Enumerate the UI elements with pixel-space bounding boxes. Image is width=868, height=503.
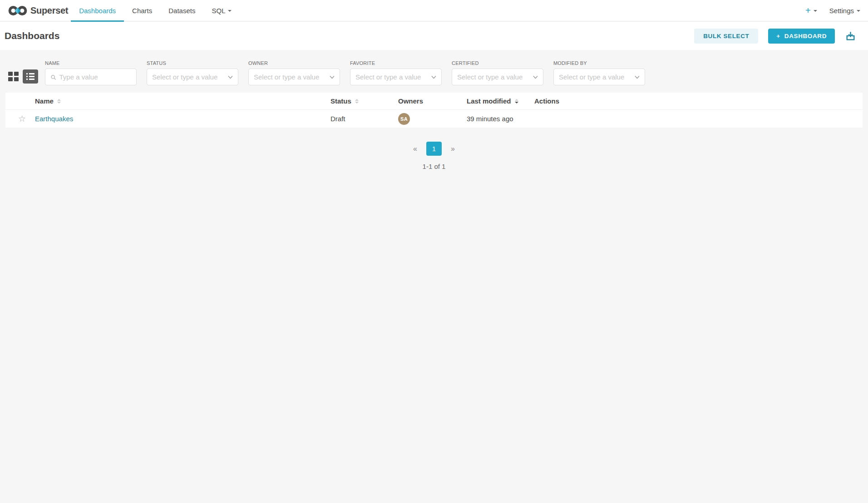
chevron-down-icon [228,10,232,12]
pagination: « 1 » [0,142,868,156]
plus-icon: + [805,6,811,15]
filter-owner-label: OWNER [248,60,340,66]
filter-name: NAME [45,60,137,85]
page-title: Dashboards [5,30,59,41]
status-filter-select[interactable]: Select or type a value [147,69,238,85]
navbar-right: + Settings [805,0,860,21]
column-header-owners: Owners [398,97,423,105]
table-row: ☆ Earthquakes Draft SA 39 minutes ago [5,110,863,128]
star-outline-icon[interactable]: ☆ [18,114,26,123]
last-modified-cell: 39 minutes ago [467,115,534,123]
table-header-row: Name Status Owners Last modified Actions [5,93,863,110]
chevron-down-icon [857,10,860,12]
nav-item-charts[interactable]: Charts [124,0,160,21]
chevron-down-icon [635,75,640,79]
filter-certified-label: CERTIFIED [452,60,543,66]
search-icon [50,74,56,80]
list-view-icon [26,73,35,74]
name-filter-input[interactable] [59,73,131,81]
page-1-button[interactable]: 1 [426,142,442,156]
card-view-toggle[interactable] [8,72,19,81]
status-cell: Draft [330,115,398,123]
chevron-down-icon [228,75,233,79]
next-page-button[interactable]: » [451,145,455,153]
new-item-dropdown-button[interactable]: + [805,6,817,15]
filter-bar: NAME STATUS Select or type a value OWNER… [0,50,868,85]
pagination-summary: 1-1 of 1 [0,163,868,170]
chevron-down-icon [814,10,817,12]
filter-status-label: STATUS [147,60,238,66]
filter-status: STATUS Select or type a value [147,60,238,85]
list-view-toggle[interactable] [23,69,38,84]
brand-label: Superset [30,5,68,16]
card-view-grid-icon [8,72,13,76]
superset-infinity-icon [8,5,27,17]
modified-by-filter-select[interactable]: Select or type a value [553,69,645,85]
sort-carets-icon [57,99,61,104]
owner-filter-select[interactable]: Select or type a value [248,69,340,85]
nav-item-dashboards[interactable]: Dashboards [71,0,124,21]
view-mode-toggles [8,69,38,84]
import-dashboards-button[interactable] [845,30,856,42]
new-dashboard-button[interactable]: + DASHBOARD [768,29,835,44]
sort-carets-icon [355,99,359,104]
main-nav: Dashboards Charts Datasets SQL [71,0,240,21]
owner-avatar[interactable]: SA [398,113,410,125]
plus-icon: + [776,33,780,39]
column-header-last-modified[interactable]: Last modified [467,97,518,105]
dashboard-name-link[interactable]: Earthquakes [35,115,73,123]
page-header: Dashboards BULK SELECT + DASHBOARD [0,22,868,50]
download-icon [845,30,856,42]
column-header-name[interactable]: Name [35,97,61,105]
filter-certified: CERTIFIED Select or type a value [452,60,543,85]
navbar: Superset Dashboards Charts Datasets SQL … [0,0,868,22]
bulk-select-button[interactable]: BULK SELECT [694,29,758,44]
filter-name-label: NAME [45,60,137,66]
header-actions: BULK SELECT + DASHBOARD [694,29,856,44]
column-header-status[interactable]: Status [330,97,359,105]
nav-item-datasets[interactable]: Datasets [160,0,203,21]
sort-carets-icon [515,99,518,104]
prev-page-button[interactable]: « [413,145,417,153]
favorite-filter-select[interactable]: Select or type a value [350,69,442,85]
chevron-down-icon [431,75,436,79]
filter-modified-by-label: MODIFIED BY [553,60,645,66]
filter-favorite-label: FAVORITE [350,60,442,66]
certified-filter-select[interactable]: Select or type a value [452,69,543,85]
nav-item-sql[interactable]: SQL [203,0,240,21]
filter-favorite: FAVORITE Select or type a value [350,60,442,85]
settings-dropdown-button[interactable]: Settings [829,7,860,15]
chevron-down-icon [330,75,335,79]
filter-owner: OWNER Select or type a value [248,60,340,85]
dashboards-table: Name Status Owners Last modified Actions [5,93,863,128]
column-header-actions: Actions [534,97,559,105]
superset-logo[interactable]: Superset [8,0,68,21]
filter-modified-by: MODIFIED BY Select or type a value [553,60,645,85]
chevron-down-icon [533,75,538,79]
